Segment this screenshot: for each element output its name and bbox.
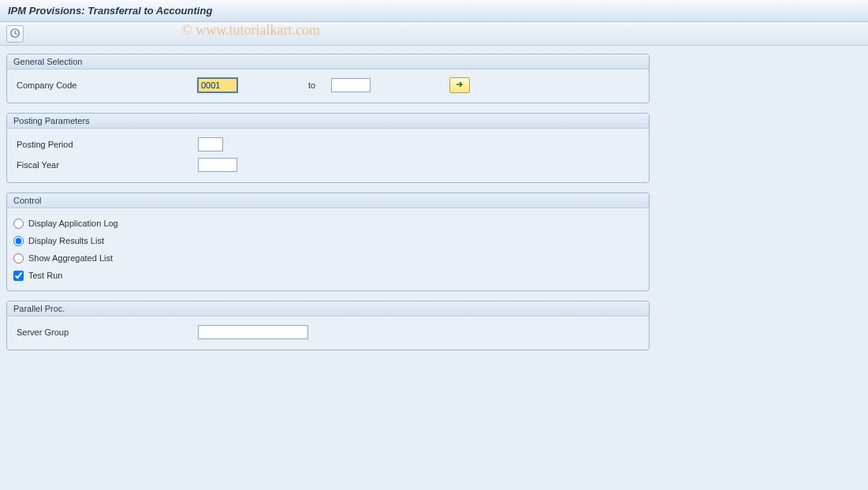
group-control: Control Display Application Log Display … [6, 193, 650, 291]
group-title-posting: Posting Parameters [7, 114, 649, 129]
group-parallel-proc: Parallel Proc. Server Group [6, 301, 650, 350]
server-group-input[interactable] [198, 325, 308, 339]
group-title-control: Control [7, 193, 649, 208]
posting-period-input[interactable] [198, 137, 223, 151]
to-label: to [308, 80, 315, 90]
radio-display-results-label: Display Results List [28, 236, 104, 245]
multiple-selection-button[interactable] [449, 77, 470, 93]
fiscal-year-input[interactable] [198, 158, 237, 172]
checkbox-test-run-input[interactable] [13, 271, 24, 281]
checkbox-test-run-label: Test Run [28, 271, 62, 280]
execute-button[interactable] [6, 25, 24, 43]
group-general-selection: General Selection Company Code to [6, 54, 650, 103]
radio-display-log[interactable]: Display Application Log [13, 215, 639, 232]
radio-display-log-input[interactable] [13, 219, 24, 229]
checkbox-test-run[interactable]: Test Run [13, 267, 639, 284]
content-area: General Selection Company Code to Postin… [0, 46, 868, 368]
window-title-bar: IPM Provisions: Transferral to Accountin… [0, 0, 868, 22]
radio-show-aggregated[interactable]: Show Aggregated List [13, 249, 639, 267]
group-title-parallel: Parallel Proc. [7, 301, 649, 316]
radio-display-results-input[interactable] [13, 236, 24, 246]
fiscal-year-label: Fiscal Year [17, 160, 198, 170]
group-title-general: General Selection [7, 54, 649, 69]
page-title: IPM Provisions: Transferral to Accountin… [8, 5, 212, 17]
execute-clock-icon [9, 28, 20, 40]
posting-period-label: Posting Period [17, 140, 198, 149]
group-posting-parameters: Posting Parameters Posting Period Fiscal… [6, 113, 650, 183]
radio-display-results[interactable]: Display Results List [13, 232, 639, 249]
radio-show-aggregated-input[interactable] [13, 253, 24, 264]
company-code-to-input[interactable] [331, 78, 371, 92]
server-group-label: Server Group [17, 327, 198, 337]
radio-display-log-label: Display Application Log [28, 219, 118, 228]
radio-show-aggregated-label: Show Aggregated List [28, 253, 113, 263]
arrow-right-icon [454, 80, 465, 91]
company-code-from-input[interactable] [198, 78, 237, 92]
application-toolbar [0, 22, 868, 46]
company-code-label: Company Code [17, 80, 198, 90]
